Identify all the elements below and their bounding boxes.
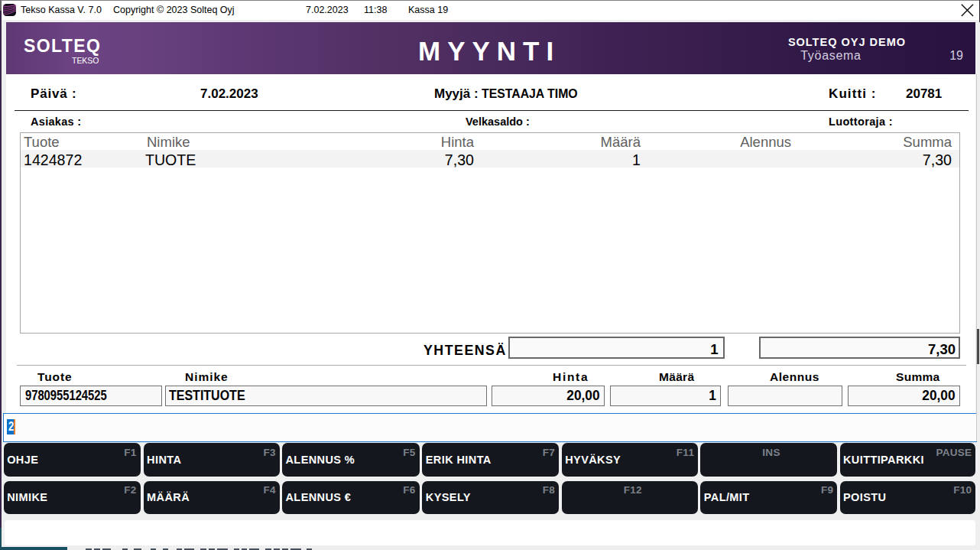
svg-text:TEKSO: TEKSO — [72, 56, 99, 65]
svg-text:SOLTEQ: SOLTEQ — [24, 36, 100, 56]
